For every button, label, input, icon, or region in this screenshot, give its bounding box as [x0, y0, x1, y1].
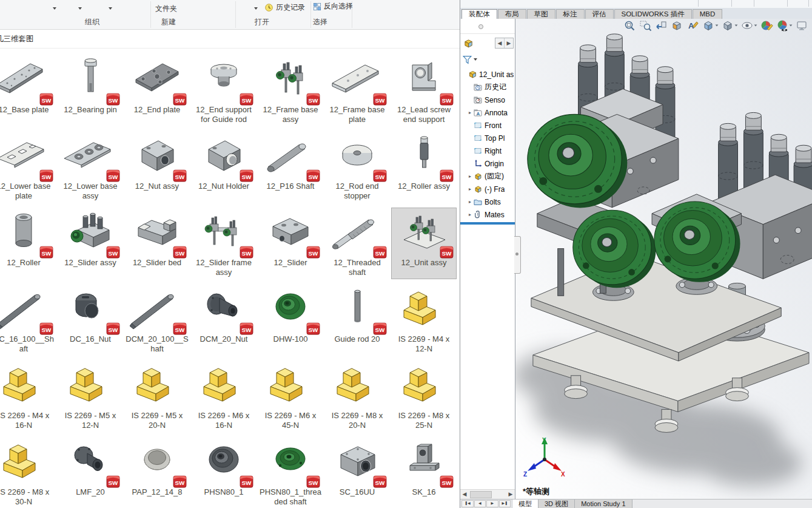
study-last-button[interactable]: ▶❚ — [499, 500, 511, 507]
file-item[interactable]: SW12_Nut assy — [124, 131, 190, 203]
file-item[interactable]: SW12_Threaded shaft — [324, 208, 390, 279]
tab-3d-views[interactable]: 3D 视图 — [539, 500, 575, 508]
file-item[interactable]: SWPHSN80_1 — [191, 437, 257, 508]
file-item[interactable]: SW12_Nut Holder — [191, 131, 257, 203]
file-item[interactable]: IS 2269 - M8 x 20-N — [324, 361, 390, 432]
file-item-selected[interactable]: SW12_Unit assy — [391, 208, 457, 279]
feature-tree-item-plane[interactable]: Top Pl — [460, 132, 515, 144]
study-first-button[interactable]: ❚◀ — [461, 500, 474, 507]
sw-ribbon-tab-5[interactable]: SOLIDWORKS 插件 — [614, 9, 692, 19]
panel-tab-scroll-left-icon[interactable]: ◀ — [495, 38, 504, 48]
panel-splitter-handle[interactable] — [514, 236, 521, 274]
file-item[interactable]: SW12_Bearing pin — [58, 55, 123, 126]
feature-tree-item-plane[interactable]: Front — [460, 119, 515, 132]
feature-tree-item-mates[interactable]: ▸Mates — [460, 208, 515, 221]
file-item[interactable]: SW12_Lower base plate — [0, 131, 56, 203]
sw-ribbon-tab-6[interactable]: MBD — [693, 9, 723, 19]
file-item[interactable]: SWDCM_20_100__Shaft — [124, 284, 190, 356]
apply-scene-icon[interactable] — [776, 19, 793, 32]
study-prev-button[interactable]: ◀ — [474, 500, 486, 507]
scrollbar-thumb[interactable] — [470, 491, 492, 498]
feature-tree-item-origin[interactable]: Origin — [460, 157, 515, 170]
zoom-to-area-icon[interactable] — [639, 19, 652, 32]
expand-caret-icon[interactable]: ▸ — [467, 199, 473, 205]
file-item[interactable]: SWSC_16UU — [324, 437, 390, 508]
organize-dropdown-icon[interactable] — [107, 5, 114, 12]
file-item[interactable]: SW12_Slider frame assy — [191, 208, 257, 279]
tree-filter[interactable] — [460, 52, 515, 67]
file-item[interactable]: SW12_Rod end stopper — [324, 131, 390, 203]
file-item[interactable]: IS 2269 - M4 x 12-N — [391, 284, 457, 356]
zoom-to-fit-icon[interactable] — [623, 19, 636, 32]
feature-tree-item-history[interactable]: 历史记 — [460, 81, 515, 93]
file-item[interactable]: IS 2269 - M5 x 12-N — [58, 361, 123, 432]
file-item[interactable]: SW12_Frame base plate — [324, 55, 390, 126]
sw-ribbon-tab-2[interactable]: 草图 — [527, 9, 555, 19]
scroll-left-icon[interactable]: ◀ — [461, 490, 468, 498]
feature-tree-item-assembly[interactable]: 12_Unit as — [460, 68, 515, 81]
feature-tree-item-plane[interactable]: Right — [460, 144, 515, 157]
file-item[interactable]: SW12_Lower base assy — [58, 131, 123, 203]
expand-caret-icon[interactable]: ▸ — [467, 186, 473, 192]
assembly-3d-model[interactable] — [515, 19, 812, 499]
file-item[interactable]: IS 2269 - M5 x 20-N — [124, 361, 190, 432]
feature-tree-item-annotations[interactable]: ▸AAnnota — [460, 106, 515, 119]
tree-horizontal-scrollbar[interactable]: ◀ ▶ — [460, 489, 515, 499]
file-item[interactable]: SW12_Frame base assy — [258, 55, 323, 126]
view-settings-icon[interactable] — [796, 19, 808, 32]
feature-tree-item-folder[interactable]: ▸Bolts — [460, 195, 515, 208]
file-item[interactable]: IS 2269 - M6 x 16-N — [191, 361, 257, 432]
file-item[interactable]: SWPAP_12_14_8 — [124, 437, 190, 508]
history-button[interactable]: 历史记录 — [264, 2, 305, 13]
file-item[interactable]: SW12_Lead screw end support — [391, 55, 457, 126]
file-item[interactable]: SW12_End support for Guide rod — [191, 55, 257, 126]
file-item[interactable]: SW12_Base plate — [0, 55, 56, 126]
file-item[interactable]: SWDC_16_Nut — [58, 284, 123, 356]
invert-selection-button[interactable]: 反向选择 — [313, 1, 353, 12]
tab-motion-study[interactable]: Motion Study 1 — [575, 500, 632, 508]
file-item[interactable]: SWPHSN80_1_threaded shaft — [258, 437, 323, 508]
expand-caret-icon[interactable]: ▸ — [467, 212, 473, 217]
sw-ribbon-tab-3[interactable]: 标注 — [556, 9, 585, 19]
file-item[interactable]: SW12_Roller assy — [391, 131, 457, 203]
file-item[interactable]: IS 2269 - M8 x 30-N — [0, 437, 56, 508]
scroll-right-icon[interactable]: ▶ — [507, 490, 514, 498]
expand-caret-icon[interactable]: ▸ — [467, 174, 473, 179]
previous-view-icon[interactable] — [655, 19, 668, 32]
feature-manager-tab-icon[interactable] — [463, 38, 474, 49]
hide-show-items-icon[interactable] — [741, 19, 757, 32]
file-item[interactable]: SWGuide rod 20 — [324, 284, 390, 356]
sw-ribbon-tab-1[interactable]: 布局 — [498, 9, 526, 19]
panel-tab-scroll-right-icon[interactable]: ▶ — [504, 38, 513, 48]
tab-model[interactable]: 模型 — [512, 500, 539, 508]
open-dropdown-icon[interactable] — [252, 5, 260, 12]
display-style-icon[interactable] — [722, 19, 738, 32]
file-item[interactable]: SWDHW-100 — [258, 284, 323, 356]
feature-tree-item-sensors[interactable]: Senso — [460, 93, 515, 106]
file-item[interactable]: SWSK_16 — [391, 437, 457, 508]
study-next-button[interactable]: ▶ — [486, 500, 498, 507]
feature-tree-item-component[interactable]: ▸(-) Fra — [460, 183, 515, 195]
file-item[interactable]: SW12_End plate — [124, 55, 190, 126]
sw-ribbon-tab-0[interactable]: 装配体 — [461, 9, 497, 19]
graphics-viewport[interactable]: A — [515, 19, 812, 499]
file-item[interactable]: SW12_Slider bed — [124, 208, 190, 279]
new-folder-button[interactable]: 文件夹 — [155, 4, 177, 14]
expand-caret-icon[interactable]: ▸ — [467, 110, 473, 115]
file-item[interactable]: SWDC_16_100__Shaft — [0, 284, 56, 356]
organize-dropdown-icon[interactable] — [51, 5, 58, 12]
file-item[interactable]: SW12_P16 Shaft — [258, 131, 323, 203]
file-item[interactable]: SW12_Slider — [258, 208, 323, 279]
section-view-icon[interactable] — [671, 19, 683, 32]
file-item[interactable]: SWDCM_20_Nut — [191, 284, 257, 356]
file-item[interactable]: IS 2269 - M8 x 25-N — [391, 361, 457, 432]
edit-appearance-icon[interactable] — [760, 19, 773, 32]
file-item[interactable]: IS 2269 - M6 x 45-N — [258, 361, 323, 432]
sw-ribbon-tab-4[interactable]: 评估 — [585, 9, 614, 19]
file-item[interactable]: SW12_Slider assy — [58, 208, 123, 279]
file-item[interactable]: SWLMF_20 — [58, 437, 123, 508]
panel-pin-icon[interactable] — [478, 24, 483, 29]
file-item[interactable]: IS 2269 - M4 x 16-N — [0, 361, 56, 432]
view-orientation-icon[interactable] — [702, 19, 719, 32]
file-item[interactable]: SW12_Roller — [0, 208, 56, 279]
